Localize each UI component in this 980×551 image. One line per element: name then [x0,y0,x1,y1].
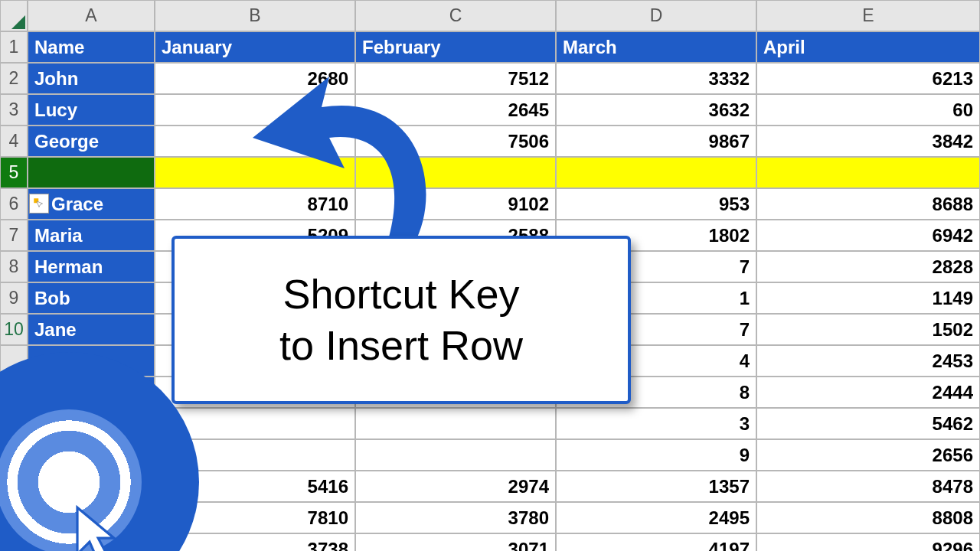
col-header-a[interactable]: A [28,0,155,31]
cell-c17[interactable]: 3071 [355,533,556,551]
row-header-10[interactable]: 10 [0,314,28,345]
cell-d17[interactable]: 4197 [556,533,756,551]
cell-b1[interactable]: January [155,31,355,63]
cell-a10[interactable]: Jane [28,314,155,345]
cell-a3[interactable]: Lucy [28,94,155,126]
cell-a2[interactable]: John [28,63,155,94]
row-header-9[interactable]: 9 [0,282,28,314]
row-header-1[interactable]: 1 [0,31,28,63]
cell-d14[interactable]: 9 [556,439,756,471]
cell-a5[interactable] [28,157,155,188]
cell-e16[interactable]: 8808 [756,502,980,533]
row-header-2[interactable]: 2 [0,63,28,94]
cell-c1[interactable]: February [355,31,556,63]
cursor-icon [69,505,122,551]
row-header-7[interactable]: 7 [0,220,28,251]
row-header-5[interactable]: 5 [0,157,28,188]
cell-e11[interactable]: 2453 [756,345,980,377]
cell-a1[interactable]: Name [28,31,155,63]
select-all-corner[interactable] [0,0,28,31]
cell-d13[interactable]: 3 [556,408,756,439]
cell-e13[interactable]: 5462 [756,408,980,439]
row-header-8[interactable]: 8 [0,251,28,282]
cell-e7[interactable]: 6942 [756,220,980,251]
col-header-e[interactable]: E [756,0,980,31]
cell-b2[interactable]: 2680 [155,63,355,94]
callout-box: Shortcut Key to Insert Row [172,236,631,404]
cell-d6[interactable]: 953 [556,188,756,220]
cell-c5[interactable] [355,157,556,188]
callout-line1: Shortcut Key [283,271,519,317]
cell-e17[interactable]: 9296 [756,533,980,551]
cell-e1[interactable]: April [756,31,980,63]
insert-options-icon[interactable] [29,194,49,214]
cell-d2[interactable]: 3332 [556,63,756,94]
cell-e2[interactable]: 6213 [756,63,980,94]
col-header-c[interactable]: C [355,0,556,31]
cell-b5[interactable] [155,157,355,188]
cell-d1[interactable]: March [556,31,756,63]
cell-a7[interactable]: Maria [28,220,155,251]
cell-e10[interactable]: 1502 [756,314,980,345]
cell-c6[interactable]: 9102 [355,188,556,220]
cell-e15[interactable]: 8478 [756,471,980,502]
cell-d4[interactable]: 9867 [556,126,756,157]
row-header-4[interactable]: 4 [0,126,28,157]
cell-c3[interactable]: 2645 [355,94,556,126]
cell-d3[interactable]: 3632 [556,94,756,126]
cell-c14[interactable] [355,439,556,471]
cell-a8[interactable]: Herman [28,251,155,282]
cell-e4[interactable]: 3842 [756,126,980,157]
cell-b3[interactable] [155,94,355,126]
cell-e5[interactable] [756,157,980,188]
cell-a9[interactable]: Bob [28,282,155,314]
cell-c4[interactable]: 7506 [355,126,556,157]
cell-c13[interactable] [355,408,556,439]
cell-e12[interactable]: 2444 [756,377,980,408]
row-header-6[interactable]: 6 [0,188,28,220]
cell-b6[interactable]: 8710 [155,188,355,220]
cell-e3[interactable]: 60 [756,94,980,126]
cell-b4[interactable] [155,126,355,157]
cell-e6[interactable]: 8688 [756,188,980,220]
cell-c16[interactable]: 3780 [355,502,556,533]
cell-c2[interactable]: 7512 [355,63,556,94]
col-header-d[interactable]: D [556,0,756,31]
cell-e8[interactable]: 2828 [756,251,980,282]
cell-d5[interactable] [556,157,756,188]
cell-d16[interactable]: 2495 [556,502,756,533]
cell-c15[interactable]: 2974 [355,471,556,502]
cell-e9[interactable]: 1149 [756,282,980,314]
cell-a4[interactable]: George [28,126,155,157]
cell-d15[interactable]: 1357 [556,471,756,502]
cell-e14[interactable]: 2656 [756,439,980,471]
callout-line2: to Insert Row [279,322,523,368]
row-header-3[interactable]: 3 [0,94,28,126]
col-header-b[interactable]: B [155,0,355,31]
